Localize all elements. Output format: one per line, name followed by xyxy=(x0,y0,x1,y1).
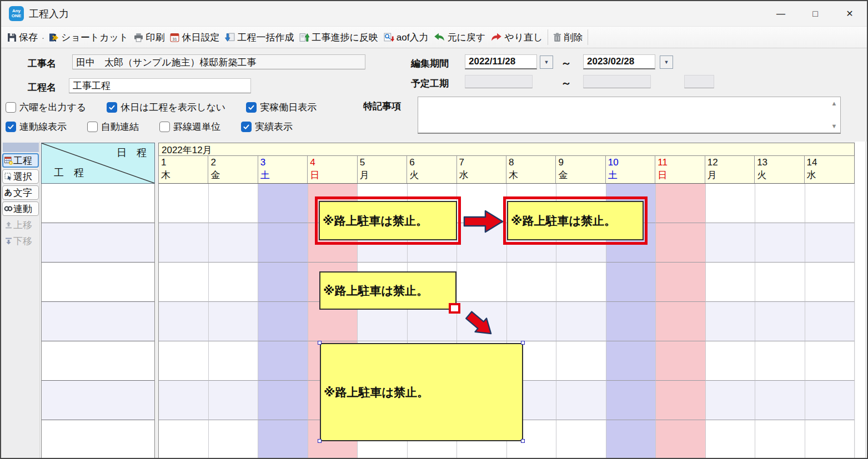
grid-cell[interactable] xyxy=(159,341,209,381)
checkbox-hide-process-on-holiday[interactable]: 休日は工程を表示しない xyxy=(107,101,225,114)
checkbox-results-display[interactable]: 実績表示 xyxy=(241,120,293,133)
grid-cell[interactable] xyxy=(805,263,855,302)
tool-text-button[interactable]: あ 文字 xyxy=(2,185,39,200)
grid-cell[interactable] xyxy=(209,341,259,381)
grid-cell[interactable] xyxy=(258,341,308,381)
grid-cell[interactable] xyxy=(755,381,805,420)
grid-cell[interactable] xyxy=(209,302,259,341)
redo-button[interactable]: やり直し xyxy=(488,29,545,46)
grid-cell[interactable] xyxy=(209,420,259,459)
grid-cell[interactable] xyxy=(805,381,855,420)
grid-cell[interactable] xyxy=(755,341,805,381)
grid-cell[interactable] xyxy=(656,381,706,420)
scroll-up-icon[interactable]: ▲ xyxy=(830,100,838,107)
tool-process-button[interactable]: 工程 xyxy=(2,153,39,168)
grid-cell[interactable] xyxy=(209,263,259,302)
holiday-settings-button[interactable]: 31 休日設定 xyxy=(167,29,222,46)
grid-cell[interactable] xyxy=(457,263,507,302)
grid-cell[interactable] xyxy=(258,263,308,302)
tool-move-up-button[interactable]: 上移 xyxy=(2,218,39,232)
reflect-progress-button[interactable]: 工事進捗に反映 xyxy=(297,29,380,46)
checked-checkbox-icon[interactable] xyxy=(107,102,117,113)
grid-cell[interactable] xyxy=(706,341,756,381)
unchecked-checkbox-icon[interactable] xyxy=(87,122,98,132)
grid-cell[interactable] xyxy=(209,223,259,263)
grid-cell[interactable] xyxy=(755,263,805,302)
batch-create-button[interactable]: 工程一括作成 xyxy=(222,29,297,46)
unchecked-checkbox-icon[interactable] xyxy=(6,102,16,113)
grid-cell[interactable] xyxy=(805,223,855,263)
checked-checkbox-icon[interactable] xyxy=(6,122,16,132)
grid-cell[interactable] xyxy=(556,302,606,341)
grid-cell[interactable] xyxy=(556,381,606,420)
grid-cell[interactable] xyxy=(656,223,706,263)
grid-cell[interactable] xyxy=(159,381,209,420)
grid-cell[interactable] xyxy=(606,341,656,381)
undo-button[interactable]: 元に戻す xyxy=(431,29,488,46)
print-button[interactable]: 印刷 xyxy=(131,29,167,46)
close-button[interactable]: ✕ xyxy=(832,1,867,26)
grid-cell[interactable] xyxy=(706,223,756,263)
selection-handle-bottom-right[interactable] xyxy=(521,439,525,443)
grid-cell[interactable] xyxy=(706,263,756,302)
checked-checkbox-icon[interactable] xyxy=(246,102,257,113)
unchecked-checkbox-icon[interactable] xyxy=(159,122,170,132)
save-options-button[interactable]: · xyxy=(41,31,46,44)
grid-cell[interactable] xyxy=(159,420,209,459)
grid-cell[interactable] xyxy=(755,223,805,263)
grid-cell[interactable] xyxy=(656,184,706,223)
scrollbar-track-line[interactable] xyxy=(865,142,866,459)
grid-cell[interactable] xyxy=(209,381,259,420)
grid-cell[interactable] xyxy=(656,302,706,341)
grid-cell[interactable] xyxy=(656,341,706,381)
delete-button[interactable]: 削除 xyxy=(550,29,585,46)
grid-cell[interactable] xyxy=(258,223,308,263)
sticky-note-2[interactable]: ※路上駐車は禁止。 xyxy=(507,201,644,240)
selection-handle-top-right[interactable] xyxy=(521,341,525,345)
grid-cell[interactable] xyxy=(258,302,308,341)
grid-cell[interactable] xyxy=(706,184,756,223)
minimize-button[interactable]: — xyxy=(764,1,798,26)
checkbox-rokuyo-output[interactable]: 六曜を出力する xyxy=(6,101,86,114)
scroll-down-icon[interactable]: ▼ xyxy=(830,123,838,129)
grid-cell[interactable] xyxy=(209,184,259,223)
tool-link-button[interactable]: 連動 xyxy=(2,201,39,216)
task-row[interactable] xyxy=(42,184,154,223)
grid-cell[interactable] xyxy=(258,184,308,223)
task-row[interactable] xyxy=(42,381,154,420)
grid-cell[interactable] xyxy=(606,420,656,459)
grid-cell[interactable] xyxy=(258,420,308,459)
grid-cell[interactable] xyxy=(606,263,656,302)
grid-cell[interactable] xyxy=(507,263,557,302)
grid-cell[interactable] xyxy=(159,302,209,341)
grid-cell[interactable] xyxy=(706,381,756,420)
grid-cell[interactable] xyxy=(556,341,606,381)
grid-cell[interactable] xyxy=(805,341,855,381)
grid-cell[interactable] xyxy=(755,184,805,223)
task-row[interactable] xyxy=(42,223,154,263)
title-bar[interactable]: Any ONE 工程入力 — □ ✕ xyxy=(1,1,867,26)
checkbox-working-days-display[interactable]: 実稼働日表示 xyxy=(246,101,317,114)
grid-cell[interactable] xyxy=(656,263,706,302)
grid-cell[interactable] xyxy=(805,420,855,459)
grid-cell[interactable] xyxy=(507,302,557,341)
schedule-name-input[interactable] xyxy=(69,78,251,93)
resize-handle-highlight[interactable] xyxy=(449,303,460,314)
remarks-textarea[interactable] xyxy=(418,97,841,134)
grid-cell[interactable] xyxy=(805,184,855,223)
grid-cell[interactable] xyxy=(556,420,606,459)
grid-cell[interactable] xyxy=(706,420,756,459)
grid-cell[interactable] xyxy=(706,302,756,341)
tool-select-button[interactable]: 選択 xyxy=(2,169,39,184)
task-row[interactable] xyxy=(42,341,154,381)
checkbox-link-line-display[interactable]: 連動線表示 xyxy=(6,120,67,133)
grid-cell[interactable] xyxy=(159,263,209,302)
sticky-note-4-selected[interactable]: ※路上駐車は禁止。 xyxy=(320,343,523,441)
grid-cell[interactable] xyxy=(606,302,656,341)
maximize-button[interactable]: □ xyxy=(798,1,832,26)
task-row[interactable] xyxy=(42,263,154,302)
checkbox-weekly-grid[interactable]: 罫線週単位 xyxy=(159,120,220,133)
edit-period-from-input[interactable] xyxy=(465,54,537,69)
grid-cell[interactable] xyxy=(606,381,656,420)
sticky-note-1[interactable]: ※路上駐車は禁止。 xyxy=(319,201,457,240)
